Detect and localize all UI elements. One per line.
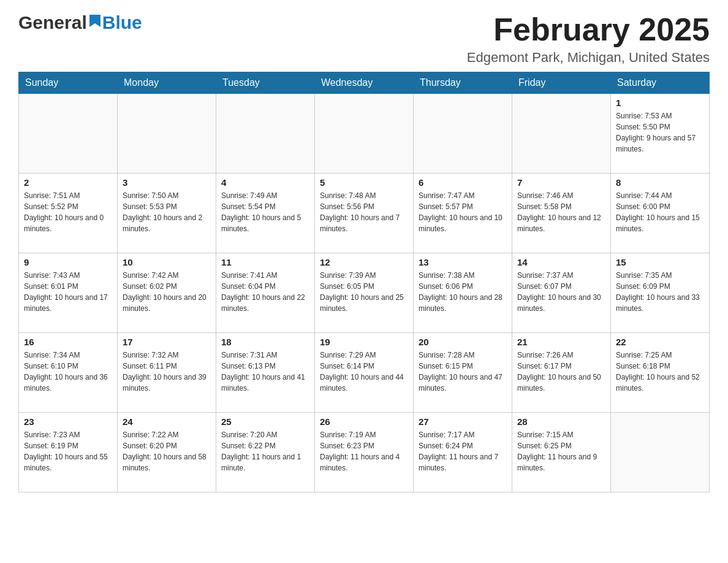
day-number: 12	[320, 257, 408, 267]
day-info: Sunrise: 7:28 AMSunset: 6:15 PMDaylight:…	[419, 350, 507, 394]
day-info: Sunrise: 7:39 AMSunset: 6:05 PMDaylight:…	[320, 270, 408, 314]
weekday-header-thursday: Thursday	[414, 72, 512, 94]
weekday-header-tuesday: Tuesday	[216, 72, 315, 94]
day-info: Sunrise: 7:53 AMSunset: 5:50 PMDaylight:…	[616, 110, 704, 155]
day-info: Sunrise: 7:17 AMSunset: 6:24 PMDaylight:…	[419, 429, 507, 473]
day-info: Sunrise: 7:25 AMSunset: 6:18 PMDaylight:…	[616, 350, 704, 394]
calendar-cell	[414, 94, 512, 174]
day-number: 9	[24, 257, 112, 267]
calendar-cell: 3Sunrise: 7:50 AMSunset: 5:53 PMDaylight…	[118, 174, 216, 253]
weekday-header-monday: Monday	[118, 72, 216, 94]
day-info: Sunrise: 7:26 AMSunset: 6:17 PMDaylight:…	[517, 350, 605, 394]
calendar-cell	[19, 94, 118, 174]
calendar-cell: 1Sunrise: 7:53 AMSunset: 5:50 PMDaylight…	[611, 94, 710, 174]
calendar-cell: 11Sunrise: 7:41 AMSunset: 6:04 PMDayligh…	[216, 253, 315, 333]
day-info: Sunrise: 7:51 AMSunset: 5:52 PMDaylight:…	[24, 190, 112, 234]
day-number: 3	[123, 177, 211, 188]
calendar-cell	[118, 94, 216, 174]
day-info: Sunrise: 7:42 AMSunset: 6:02 PMDaylight:…	[123, 270, 211, 314]
day-info: Sunrise: 7:44 AMSunset: 6:00 PMDaylight:…	[616, 190, 704, 234]
day-info: Sunrise: 7:50 AMSunset: 5:53 PMDaylight:…	[123, 190, 211, 234]
calendar-cell: 23Sunrise: 7:23 AMSunset: 6:19 PMDayligh…	[19, 413, 118, 492]
day-number: 21	[517, 337, 605, 347]
month-title: February 2025	[467, 12, 710, 47]
day-number: 16	[24, 337, 112, 347]
weekday-header-saturday: Saturday	[611, 72, 710, 94]
day-info: Sunrise: 7:49 AMSunset: 5:54 PMDaylight:…	[221, 190, 309, 234]
calendar-cell: 9Sunrise: 7:43 AMSunset: 6:01 PMDaylight…	[19, 253, 118, 333]
day-number: 7	[517, 177, 605, 188]
day-number: 8	[616, 177, 704, 188]
logo-general-text: General	[18, 12, 87, 33]
calendar-cell	[315, 94, 414, 174]
day-info: Sunrise: 7:43 AMSunset: 6:01 PMDaylight:…	[24, 270, 112, 314]
day-number: 14	[517, 257, 605, 267]
calendar-cell: 2Sunrise: 7:51 AMSunset: 5:52 PMDaylight…	[19, 174, 118, 253]
calendar-cell: 20Sunrise: 7:28 AMSunset: 6:15 PMDayligh…	[414, 333, 512, 413]
weekday-header-row: SundayMondayTuesdayWednesdayThursdayFrid…	[19, 72, 710, 94]
calendar-cell: 27Sunrise: 7:17 AMSunset: 6:24 PMDayligh…	[414, 413, 512, 492]
day-info: Sunrise: 7:20 AMSunset: 6:22 PMDaylight:…	[221, 429, 309, 473]
week-row-3: 9Sunrise: 7:43 AMSunset: 6:01 PMDaylight…	[19, 253, 710, 333]
weekday-header-sunday: Sunday	[19, 72, 118, 94]
day-number: 2	[24, 177, 112, 188]
day-number: 4	[221, 177, 309, 188]
calendar-cell: 25Sunrise: 7:20 AMSunset: 6:22 PMDayligh…	[216, 413, 315, 492]
calendar-cell	[216, 94, 315, 174]
location-title: Edgemont Park, Michigan, United States	[467, 50, 710, 66]
calendar-cell: 19Sunrise: 7:29 AMSunset: 6:14 PMDayligh…	[315, 333, 414, 413]
day-info: Sunrise: 7:19 AMSunset: 6:23 PMDaylight:…	[320, 429, 408, 473]
week-row-5: 23Sunrise: 7:23 AMSunset: 6:19 PMDayligh…	[19, 413, 710, 492]
day-number: 11	[221, 257, 309, 267]
day-info: Sunrise: 7:38 AMSunset: 6:06 PMDaylight:…	[419, 270, 507, 314]
day-info: Sunrise: 7:41 AMSunset: 6:04 PMDaylight:…	[221, 270, 309, 314]
day-info: Sunrise: 7:22 AMSunset: 6:20 PMDaylight:…	[123, 429, 211, 473]
day-number: 13	[419, 257, 507, 267]
day-info: Sunrise: 7:37 AMSunset: 6:07 PMDaylight:…	[517, 270, 605, 314]
calendar-cell: 24Sunrise: 7:22 AMSunset: 6:20 PMDayligh…	[118, 413, 216, 492]
calendar-cell: 7Sunrise: 7:46 AMSunset: 5:58 PMDaylight…	[512, 174, 611, 253]
calendar-cell: 17Sunrise: 7:32 AMSunset: 6:11 PMDayligh…	[118, 333, 216, 413]
day-number: 19	[320, 337, 408, 347]
logo-wordmark: General Blue	[18, 12, 142, 33]
calendar-cell: 6Sunrise: 7:47 AMSunset: 5:57 PMDaylight…	[414, 174, 512, 253]
week-row-4: 16Sunrise: 7:34 AMSunset: 6:10 PMDayligh…	[19, 333, 710, 413]
calendar-cell: 22Sunrise: 7:25 AMSunset: 6:18 PMDayligh…	[611, 333, 710, 413]
logo-flag-icon	[88, 15, 102, 31]
calendar-cell	[512, 94, 611, 174]
calendar-cell: 10Sunrise: 7:42 AMSunset: 6:02 PMDayligh…	[118, 253, 216, 333]
logo: General Blue	[18, 12, 142, 33]
calendar-cell: 14Sunrise: 7:37 AMSunset: 6:07 PMDayligh…	[512, 253, 611, 333]
day-number: 26	[320, 416, 408, 427]
svg-marker-0	[89, 15, 100, 27]
weekday-header-friday: Friday	[512, 72, 611, 94]
day-info: Sunrise: 7:34 AMSunset: 6:10 PMDaylight:…	[24, 350, 112, 394]
day-number: 25	[221, 416, 309, 427]
calendar-cell: 4Sunrise: 7:49 AMSunset: 5:54 PMDaylight…	[216, 174, 315, 253]
day-info: Sunrise: 7:15 AMSunset: 6:25 PMDaylight:…	[517, 429, 605, 473]
page-header: General Blue February 2025 Edgemont Park…	[18, 12, 710, 66]
day-number: 1	[616, 98, 704, 108]
day-info: Sunrise: 7:31 AMSunset: 6:13 PMDaylight:…	[221, 350, 309, 394]
day-info: Sunrise: 7:32 AMSunset: 6:11 PMDaylight:…	[123, 350, 211, 394]
day-info: Sunrise: 7:29 AMSunset: 6:14 PMDaylight:…	[320, 350, 408, 394]
week-row-2: 2Sunrise: 7:51 AMSunset: 5:52 PMDaylight…	[19, 174, 710, 253]
day-number: 5	[320, 177, 408, 188]
calendar-cell: 18Sunrise: 7:31 AMSunset: 6:13 PMDayligh…	[216, 333, 315, 413]
day-info: Sunrise: 7:23 AMSunset: 6:19 PMDaylight:…	[24, 429, 112, 473]
calendar-cell: 16Sunrise: 7:34 AMSunset: 6:10 PMDayligh…	[19, 333, 118, 413]
day-number: 22	[616, 337, 704, 347]
calendar-cell	[611, 413, 710, 492]
day-info: Sunrise: 7:46 AMSunset: 5:58 PMDaylight:…	[517, 190, 605, 234]
day-number: 18	[221, 337, 309, 347]
calendar-cell: 12Sunrise: 7:39 AMSunset: 6:05 PMDayligh…	[315, 253, 414, 333]
day-number: 6	[419, 177, 507, 188]
weekday-header-wednesday: Wednesday	[315, 72, 414, 94]
calendar-cell: 21Sunrise: 7:26 AMSunset: 6:17 PMDayligh…	[512, 333, 611, 413]
calendar-cell: 28Sunrise: 7:15 AMSunset: 6:25 PMDayligh…	[512, 413, 611, 492]
calendar-cell: 5Sunrise: 7:48 AMSunset: 5:56 PMDaylight…	[315, 174, 414, 253]
day-number: 15	[616, 257, 704, 267]
day-number: 17	[123, 337, 211, 347]
day-number: 23	[24, 416, 112, 427]
calendar-cell: 26Sunrise: 7:19 AMSunset: 6:23 PMDayligh…	[315, 413, 414, 492]
